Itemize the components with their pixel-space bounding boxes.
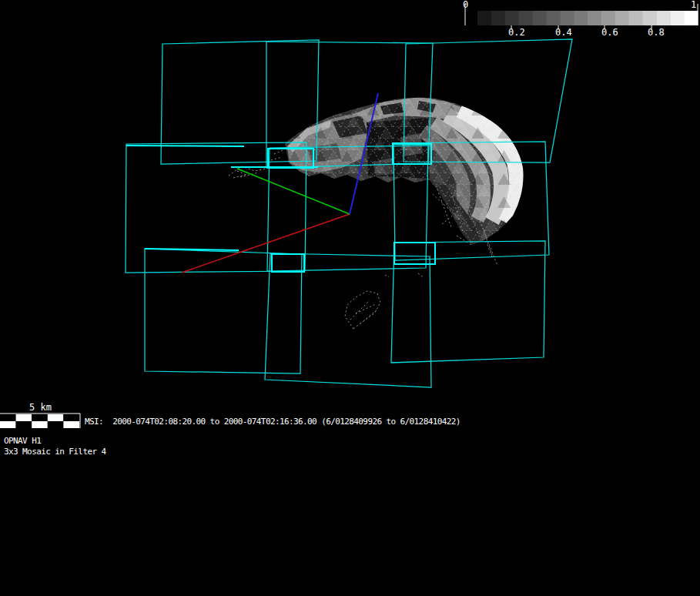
colorbar-step bbox=[656, 11, 670, 25]
colorbar-step bbox=[684, 11, 698, 25]
scale-bar bbox=[0, 414, 80, 428]
colorbar-max-label: 1 bbox=[691, 0, 696, 10]
footprint-marker-marker-4 bbox=[272, 254, 304, 272]
scalebar-cell bbox=[63, 421, 79, 428]
colorbar-step bbox=[546, 11, 560, 25]
msi-caption: MSI: 2000-074T02:08:20.00 to 2000-074T02… bbox=[85, 417, 461, 427]
colorbar-tick-label-04: 0.4 bbox=[555, 28, 572, 38]
colorbar-step bbox=[601, 11, 615, 25]
mosaic-label: 3x3 Mosaic in Filter 4 bbox=[4, 447, 106, 457]
colorbar-step bbox=[643, 11, 657, 25]
colorbar-step bbox=[615, 11, 629, 25]
footprint-bright-edge bbox=[126, 146, 244, 146]
colorbar-step bbox=[629, 11, 643, 25]
colorbar-step bbox=[574, 11, 588, 25]
colorbar-tick-label-02: 0.2 bbox=[508, 28, 525, 38]
visualization-canvas: 0 1 0.2 0.4 0.6 0.8 5 km MSI: 2000-074T0… bbox=[0, 0, 700, 596]
colorbar-tick-label-08: 0.8 bbox=[648, 28, 665, 38]
colorbar-step bbox=[670, 11, 684, 25]
scene-svg bbox=[0, 0, 700, 596]
scalebar-cell bbox=[16, 414, 32, 421]
footprint-bright-edge bbox=[145, 249, 239, 250]
scalebar-cell bbox=[16, 421, 32, 428]
colorbar-step bbox=[505, 11, 519, 25]
scalebar-cell bbox=[0, 421, 16, 428]
colorbar-step bbox=[477, 11, 491, 25]
colorbar-step bbox=[560, 11, 574, 25]
asteroid-model bbox=[229, 97, 523, 329]
scalebar-cell bbox=[63, 414, 79, 421]
axis-x-red bbox=[182, 214, 350, 273]
scalebar-cell bbox=[48, 414, 64, 421]
colorbar-step bbox=[588, 11, 601, 25]
colorbar-tick-label-06: 0.6 bbox=[601, 28, 618, 38]
colorbar-step bbox=[533, 11, 547, 25]
asteroid-wireframe-fragment bbox=[345, 291, 380, 329]
colorbar-min-label: 0 bbox=[463, 0, 468, 10]
footprint-bottom-middle bbox=[265, 253, 431, 387]
scalebar-cell bbox=[32, 421, 48, 428]
colorbar bbox=[465, 4, 698, 29]
scalebar-label: 5 km bbox=[29, 403, 52, 413]
colorbar-step bbox=[519, 11, 533, 25]
opnav-label: OPNAV H1 bbox=[4, 437, 41, 446]
scalebar-cell bbox=[32, 414, 48, 421]
scalebar-cell bbox=[0, 414, 16, 421]
colorbar-step bbox=[491, 11, 505, 25]
footprint-bottom-left bbox=[145, 249, 302, 373]
scalebar-cell bbox=[48, 421, 64, 428]
footprint-marker-marker-3 bbox=[394, 243, 435, 264]
